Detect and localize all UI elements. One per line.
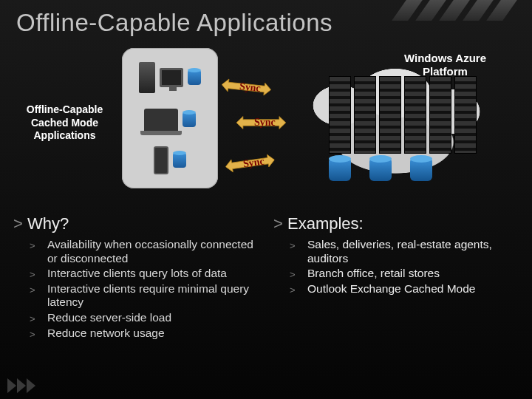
sync-arrow: Sync: [236, 115, 286, 131]
database-icon: [188, 70, 201, 85]
list-item: >Interactive clients query lots of data: [30, 267, 259, 281]
database-icon: [173, 153, 186, 168]
examples-list: >Sales, deliveries, real-estate agents, …: [273, 238, 519, 296]
cloud-databases: [329, 159, 432, 181]
desktop-device: [139, 62, 201, 93]
header-hatch-decoration: [399, 0, 510, 21]
list-item: >Interactive clients require minimal que…: [30, 282, 259, 310]
database-icon: [329, 159, 351, 181]
list-item: >Outlook Exchange Cached Mode: [290, 282, 519, 296]
sync-arrow: Sync: [225, 151, 276, 174]
why-list: >Availability when occasionally connecte…: [13, 238, 259, 340]
list-item: >Sales, deliveries, real-estate agents, …: [290, 238, 519, 265]
cloud-platform: [303, 63, 488, 185]
list-item: >Reduce network usage: [30, 327, 259, 341]
list-item: >Availability when occasionally connecte…: [30, 238, 259, 265]
database-icon: [410, 159, 432, 181]
architecture-diagram: Offline-Capable Cached Mode Applications…: [0, 41, 532, 203]
why-column: >Why? >Availability when occasionally co…: [13, 214, 259, 392]
list-item: >Reduce server-side load: [30, 311, 259, 325]
examples-column: >Examples: >Sales, deliveries, real-esta…: [273, 214, 519, 392]
database-icon: [183, 112, 196, 127]
examples-heading: >Examples:: [273, 214, 519, 233]
list-item: >Branch office, retail stores: [290, 267, 519, 281]
database-icon: [369, 159, 392, 181]
page-title: Offline-Capable Applications: [16, 9, 332, 37]
client-devices-group: [122, 48, 218, 188]
server-racks: [329, 76, 477, 154]
client-devices-label: Offline-Capable Cached Mode Applications: [15, 103, 115, 143]
why-heading: >Why?: [13, 214, 259, 233]
sync-arrow: Sync: [221, 77, 272, 98]
phone-device: [154, 146, 186, 174]
corner-chevrons-icon: [7, 378, 35, 393]
laptop-device: [144, 109, 196, 131]
